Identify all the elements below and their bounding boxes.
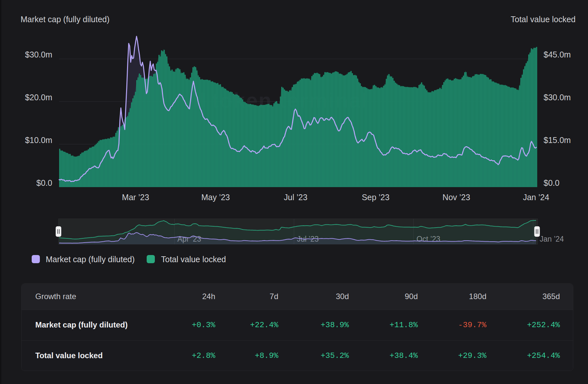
svg-text:$20.0m: $20.0m xyxy=(25,93,52,102)
svg-text:Total value locked: Total value locked xyxy=(511,15,576,24)
svg-text:Sep ’23: Sep ’23 xyxy=(362,193,390,202)
svg-text:Jan ’24: Jan ’24 xyxy=(540,235,564,243)
svg-text:Market cap (fully diluted): Market cap (fully diluted) xyxy=(21,15,109,24)
svg-text:$15.0m: $15.0m xyxy=(544,136,571,145)
svg-text:$45.0m: $45.0m xyxy=(544,50,571,59)
svg-text:$10.0m: $10.0m xyxy=(25,136,52,145)
svg-text:Market cap (fully diluted): Market cap (fully diluted) xyxy=(46,255,135,264)
svg-text:Nov ’23: Nov ’23 xyxy=(443,193,470,202)
svg-text:$30.0m: $30.0m xyxy=(25,50,52,59)
svg-text:$30.0m: $30.0m xyxy=(544,93,571,102)
svg-text:Jan ’24: Jan ’24 xyxy=(523,193,549,202)
svg-text:$0.0: $0.0 xyxy=(544,178,560,187)
svg-text:Jul ’23: Jul ’23 xyxy=(284,193,307,202)
svg-text:Total value locked: Total value locked xyxy=(161,255,226,264)
svg-text:Mar ’23: Mar ’23 xyxy=(122,193,149,202)
svg-text:$0.0: $0.0 xyxy=(36,178,52,187)
svg-text:May ’23: May ’23 xyxy=(201,193,230,202)
